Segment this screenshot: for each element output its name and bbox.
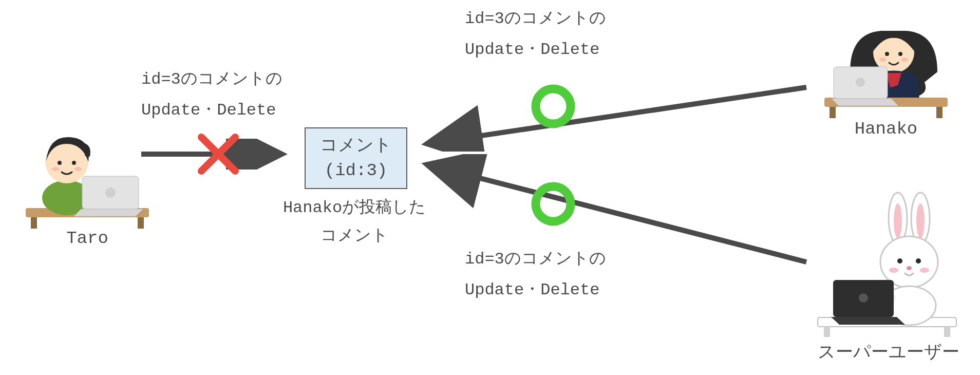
comment-id: (id:3) <box>320 158 392 183</box>
deny-mark-icon <box>195 131 241 177</box>
svg-point-5 <box>58 161 62 165</box>
svg-point-34 <box>894 203 902 238</box>
svg-point-42 <box>920 268 929 273</box>
comment-title: コメント <box>320 134 392 158</box>
diagram-stage: Taro id=3のコメントの Update・Delete コメント (id:3… <box>0 0 980 375</box>
svg-point-7 <box>52 167 59 171</box>
superuser-name: スーパーユーザー <box>804 340 973 364</box>
svg-point-18 <box>536 186 571 221</box>
svg-point-41 <box>889 268 898 273</box>
allow-mark-superuser-icon <box>529 180 578 229</box>
taro-illustration <box>21 116 154 229</box>
svg-point-39 <box>916 258 921 264</box>
hanako-action-line1: id=3のコメントの <box>465 6 606 32</box>
hanako-illustration <box>819 5 953 118</box>
svg-rect-31 <box>824 327 830 337</box>
svg-point-6 <box>72 161 76 165</box>
hanako-name: Hanako <box>842 119 930 139</box>
svg-point-40 <box>907 266 912 270</box>
comment-caption-l1: Hanakoが投稿した <box>270 195 439 221</box>
svg-point-25 <box>879 58 887 62</box>
comment-box: コメント (id:3) <box>305 127 407 189</box>
svg-point-36 <box>916 203 925 238</box>
svg-point-8 <box>74 167 82 171</box>
actor-superuser <box>813 190 962 339</box>
svg-rect-32 <box>944 327 950 337</box>
svg-rect-21 <box>936 107 943 118</box>
hanako-action-line2: Update・Delete <box>465 37 599 63</box>
svg-point-24 <box>898 52 902 56</box>
svg-rect-2 <box>138 217 144 229</box>
svg-line-15 <box>426 87 806 144</box>
svg-point-16 <box>536 89 571 124</box>
superuser-illustration <box>813 190 962 339</box>
svg-rect-1 <box>31 217 37 229</box>
comment-caption-l2: コメント <box>270 223 439 249</box>
actor-taro <box>21 116 154 229</box>
taro-name: Taro <box>49 229 126 248</box>
svg-point-45 <box>859 293 868 303</box>
svg-rect-20 <box>830 107 836 118</box>
superuser-action-line2: Update・Delete <box>465 277 599 303</box>
taro-action-line2: Update・Delete <box>141 98 276 123</box>
superuser-action-line1: id=3のコメントの <box>465 247 606 272</box>
svg-point-23 <box>885 52 889 56</box>
svg-point-29 <box>856 78 865 87</box>
svg-point-26 <box>901 58 908 62</box>
svg-point-11 <box>105 188 116 198</box>
arrow-hanako-to-comment <box>416 80 812 152</box>
actor-hanako <box>819 5 953 118</box>
svg-point-38 <box>897 258 902 264</box>
taro-action-line1: id=3のコメントの <box>141 67 282 92</box>
allow-mark-hanako-icon <box>529 82 578 131</box>
